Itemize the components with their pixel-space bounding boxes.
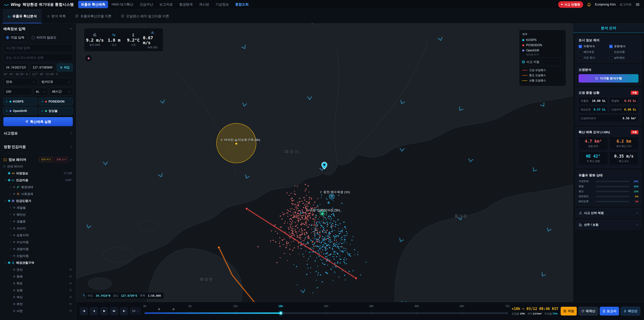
owner-insurance-section[interactable]: 선주 / 보험 <box>576 220 641 229</box>
layer-tree-row[interactable]: 계절별 <box>3 204 73 211</box>
layers-all-on-button[interactable]: 전체 켜기 <box>39 157 53 162</box>
layer-tree-row[interactable]: 서식지 <box>3 225 73 232</box>
layer-toggle-icon[interactable] <box>13 186 15 188</box>
display-option-checkbox[interactable]: ✓유향/유속 <box>578 45 608 48</box>
layer-tree-row[interactable]: 보호지역 <box>3 232 73 239</box>
layer-tree-row[interactable]: 동해 <box>3 273 73 280</box>
nav-item-7[interactable]: 기상정보 <box>213 1 232 8</box>
layer-toggle-icon[interactable] <box>13 248 15 250</box>
display-option-checkbox[interactable]: 시간 표시 <box>578 56 608 60</box>
accident-name-input[interactable] <box>3 44 73 52</box>
map-canvas[interactable]: 9.2 m/s풍속 (SW)1.8 m파고9.2°C수온0.67 m/s해류 (… <box>76 24 573 302</box>
notification-bell-icon[interactable] <box>587 2 591 7</box>
layer-toggle-icon[interactable] <box>13 207 15 209</box>
nav-item-4[interactable]: 보고자료 <box>157 1 176 8</box>
layer-tree-row[interactable]: 민감자원3,947 <box>3 177 73 184</box>
layers-all-off-button[interactable]: 전체 끄기 <box>54 157 68 162</box>
sensitive-resources-section[interactable]: 영향 민감자원 <box>3 140 73 153</box>
amount-input[interactable] <box>3 88 32 96</box>
nav-item-6[interactable]: 게시판 <box>196 1 212 8</box>
longitude-input[interactable] <box>30 64 55 72</box>
hamburger-menu-icon[interactable] <box>635 2 640 7</box>
layer-toggle-icon[interactable] <box>13 275 15 277</box>
layer-tree-row[interactable]: 해경관할구역 <box>3 259 73 266</box>
pick-on-map-button[interactable]: 지도 <box>57 64 73 72</box>
prediction-input-header[interactable]: 예측정보 입력 <box>3 27 73 31</box>
layer-tree-row[interactable]: 군산 <box>3 266 73 273</box>
layer-tree-row[interactable]: 생물종 <box>3 218 73 225</box>
latitude-input[interactable] <box>3 64 28 72</box>
timeline-handle[interactable] <box>279 311 282 315</box>
layer-toggle-icon[interactable] <box>13 269 15 270</box>
logout-button[interactable]: 로그아웃 <box>620 3 632 7</box>
tugboat-button[interactable]: 예인선 <box>621 307 640 315</box>
layers-root-row[interactable]: 전체 레이어 <box>3 164 73 168</box>
map-style-button[interactable] <box>85 55 92 62</box>
save-button[interactable]: 저장 <box>561 307 577 315</box>
layer-toggle-icon[interactable] <box>13 241 15 243</box>
nav-item-2[interactable]: HNS·대기확산 <box>109 1 136 8</box>
layer-tree-row[interactable]: 해안선 <box>3 211 73 218</box>
nav-item-3[interactable]: 긴급구난 <box>137 1 156 8</box>
playback-speed-select[interactable]: 1× <box>130 307 140 315</box>
report-button[interactable]: 보고서 <box>600 307 619 315</box>
fence-deploy-marker-icon[interactable] <box>158 308 161 311</box>
layer-tree-row[interactable]: 수산자원 <box>3 239 73 245</box>
layer-tree-row[interactable]: 사회경제 <box>3 190 73 197</box>
summary-panel-tab[interactable]: 분석 요약 <box>573 24 644 33</box>
layer-tree-row[interactable]: 민감도평가 <box>3 197 73 204</box>
accident-list-input[interactable] <box>3 54 73 62</box>
display-option-checkbox[interactable]: 날씨정보 <box>609 56 639 60</box>
layer-toggle-icon[interactable] <box>13 227 15 229</box>
skip-to-start-button[interactable] <box>80 307 88 315</box>
model-chip-앙상블[interactable]: ✓앙상블 <box>39 107 73 115</box>
layer-toggle-icon[interactable] <box>13 214 15 215</box>
fast-forward-button[interactable] <box>110 307 118 315</box>
tab-2[interactable]: 분석 목록 <box>42 9 70 23</box>
layer-toggle-icon[interactable] <box>8 262 10 264</box>
layer-tree-row[interactable]: 관광자원 <box>3 245 73 252</box>
layer-toggle-icon[interactable] <box>13 255 15 257</box>
layer-tree-row[interactable]: 부산 <box>3 294 73 300</box>
layer-toggle-icon[interactable] <box>13 282 15 284</box>
radio-direct-input[interactable]: 직접 입력 <box>3 34 27 42</box>
layer-toggle-icon[interactable] <box>13 220 15 222</box>
layer-tree-row[interactable]: 목포 <box>3 280 73 287</box>
oil-type-select[interactable]: 벙커C유 <box>39 78 73 86</box>
layer-tree-row[interactable]: 어장정보17,129 <box>3 170 73 177</box>
ship-spec-section[interactable]: 사고 선박 제원 <box>576 208 641 218</box>
tab-4[interactable]: 오일펜스 배치 알고리즘 이론 <box>116 9 174 23</box>
nav-item-1[interactable]: 유출유 확산예측 <box>78 1 108 8</box>
skip-to-end-button[interactable] <box>120 307 128 315</box>
run-prediction-button[interactable]: 확산예측 실행 <box>3 117 73 126</box>
timeline-slider[interactable]: 0h6h12h18h24h36h48h60h72h <box>145 302 507 320</box>
spill-type-select[interactable]: 연속 <box>3 78 37 86</box>
accident-info-section[interactable]: 사고정보 <box>3 127 73 140</box>
model-chip-opendrift[interactable]: ✓OpenDrift <box>3 107 37 115</box>
layer-toggle-icon[interactable] <box>13 296 15 298</box>
layer-toggle-icon[interactable] <box>8 179 10 181</box>
polygon-analysis-button[interactable]: 다각형 분석수행 <box>578 74 638 83</box>
play-button[interactable] <box>100 307 108 315</box>
recalculate-button[interactable]: 재계산 <box>578 307 598 315</box>
tab-1[interactable]: 유출유 확산분석 <box>3 9 42 23</box>
radio-image-upload[interactable]: 이미지 업로드 <box>32 34 56 42</box>
tab-3[interactable]: 유출유확산모델 이론 <box>70 9 116 23</box>
unit-select[interactable]: kL <box>34 88 48 96</box>
display-option-checkbox[interactable]: 예인부표 <box>578 50 608 54</box>
layer-tree-row[interactable]: 보령 <box>3 287 73 294</box>
layer-tree-row[interactable]: 환경생태 <box>3 184 73 190</box>
layer-tree-row[interactable]: 부안 <box>3 300 73 307</box>
layer-toggle-icon[interactable] <box>13 234 15 236</box>
nav-item-8[interactable]: 통합조회 <box>232 1 252 8</box>
model-chip-poseidon[interactable]: ✓POSEIDON <box>39 98 73 105</box>
layer-toggle-icon[interactable] <box>13 193 15 195</box>
layer-toggle-icon[interactable] <box>8 200 10 202</box>
layer-toggle-icon[interactable] <box>8 172 10 174</box>
model-chip-kosps[interactable]: ✓KOSPS <box>3 98 37 105</box>
display-option-checkbox[interactable]: ✓풍향/풍속 <box>609 45 639 48</box>
step-back-button[interactable] <box>90 307 98 315</box>
layer-toggle-icon[interactable] <box>13 303 15 305</box>
layer-tree-row[interactable]: 사천 <box>3 307 73 314</box>
nav-item-5[interactable]: 항공탐색 <box>176 1 196 8</box>
